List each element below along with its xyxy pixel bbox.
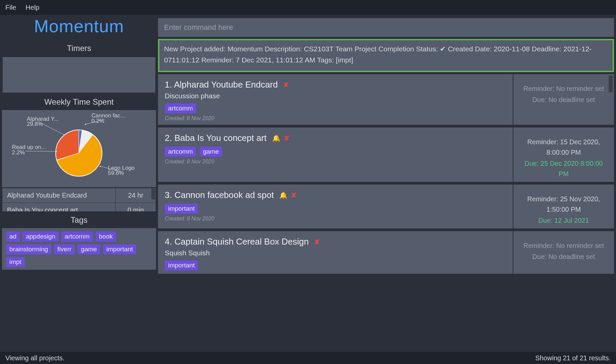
project-card[interactable]: 1. Alpharad Youtube Endcard ✘ Discussion… — [158, 74, 614, 125]
weekly-panel: Weekly Time Spent Alpharad Y...29.8%Read… — [2, 95, 156, 211]
project-tags: important — [165, 204, 506, 214]
project-reminder: Reminder: 25 Nov 2020, 1:50:00 PM — [520, 194, 607, 215]
project-created: Created: 8 Nov 2020 — [165, 216, 506, 222]
svg-point-2 — [64, 134, 65, 136]
project-meta: Reminder: No reminder set Due: No deadli… — [513, 74, 614, 125]
command-input[interactable] — [158, 18, 614, 37]
statusbar-left: Viewing all projects. — [5, 354, 64, 362]
project-created: Created: 8 Nov 2020 — [165, 115, 506, 121]
tag-important[interactable]: important — [103, 244, 136, 254]
project-desc: Squish Squish — [165, 249, 506, 257]
tag-impt[interactable]: impt — [6, 257, 25, 267]
menubar: File Help — [0, 0, 616, 15]
svg-point-6 — [100, 166, 101, 167]
bell-icon: 🔔 — [279, 191, 288, 199]
project-tags: artcommgame — [165, 147, 506, 157]
project-tag-important: important — [165, 204, 198, 214]
project-tag-important: important — [165, 260, 198, 270]
project-main: 1. Alpharad Youtube Endcard ✘ Discussion… — [158, 74, 513, 125]
pie-pct: 2.2% — [12, 149, 25, 156]
project-created: Created: 8 Nov 2020 — [165, 159, 506, 165]
project-tag-artcomm: artcomm — [165, 147, 196, 157]
bell-icon: 🔔 — [272, 134, 280, 142]
project-due: Due: 25 Dec 2020 8:00:00 PM — [520, 158, 607, 179]
project-due: Due: No deadline set — [520, 95, 607, 105]
svg-line-3 — [25, 151, 56, 151]
tags-header: Tags — [2, 213, 156, 228]
project-reminder: Reminder: No reminder set — [520, 241, 607, 251]
weekly-row-name: Alpharad Youtube Endcard — [2, 188, 116, 203]
weekly-scrollbar[interactable] — [151, 189, 155, 199]
tag-brainstorming[interactable]: brainstorming — [6, 244, 51, 254]
app-title: Momentum — [2, 15, 156, 40]
project-tag-artcomm: artcomm — [165, 103, 196, 113]
weekly-row: Baba Is You concept art 0 min — [2, 203, 156, 212]
project-reminder: Reminder: 15 Dec 2020, 8:00:00 PM — [520, 137, 607, 158]
timers-header: Timers — [2, 42, 156, 56]
status-message: New Project added: Momentum Description:… — [158, 39, 614, 72]
svg-line-1 — [40, 123, 64, 135]
project-tags: important — [165, 260, 506, 270]
project-main: 3. Cannon facebook ad spot 🔔✘ important … — [158, 185, 513, 228]
projects-list[interactable]: 1. Alpharad Youtube Endcard ✘ Discussion… — [158, 74, 614, 352]
pie-pct: 29.8% — [27, 121, 43, 127]
tag-ad[interactable]: ad — [6, 231, 20, 242]
timers-panel: Timers — [2, 42, 156, 93]
project-desc: Discussion phase — [165, 92, 506, 100]
weekly-row-time: 24 hr — [116, 188, 156, 203]
project-due: Due: No deadline set — [520, 252, 607, 262]
project-main: 4. Captain Squish Cereal Box Design ✘ Sq… — [158, 231, 513, 274]
project-title: 1. Alpharad Youtube Endcard — [165, 80, 278, 90]
cross-icon: ✘ — [283, 81, 289, 89]
menu-help[interactable]: Help — [25, 4, 39, 11]
tag-appdesign[interactable]: appdesign — [22, 231, 59, 242]
project-title-row: 1. Alpharad Youtube Endcard ✘ — [165, 80, 506, 90]
project-card[interactable]: 2. Baba Is You concept art 🔔✘ artcommgam… — [158, 127, 614, 182]
project-tag-game: game — [200, 147, 222, 157]
main-layout: Momentum Timers Weekly Time Spent Alphar… — [0, 15, 616, 352]
tags-list: adappdesignartcommbookbrainstormingfiver… — [2, 228, 156, 270]
menu-file[interactable]: File — [5, 4, 16, 11]
project-card[interactable]: 3. Cannon facebook ad spot 🔔✘ important … — [158, 185, 614, 228]
pie-pct: 0.2% — [92, 118, 104, 124]
project-card[interactable]: 4. Captain Squish Cereal Box Design ✘ Sq… — [158, 231, 614, 274]
weekly-pie-chart: Alpharad Y...29.8%Read up on...2.2%Lego … — [2, 110, 156, 187]
tag-artcomm[interactable]: artcomm — [61, 231, 93, 242]
svg-point-4 — [56, 151, 57, 152]
project-meta: Reminder: 25 Nov 2020, 1:50:00 PM Due: 1… — [513, 185, 614, 228]
project-title-row: 2. Baba Is You concept art 🔔✘ — [165, 133, 506, 143]
pie-pct: 59.6% — [108, 170, 124, 176]
weekly-table: Alpharad Youtube Endcard 24 hr Baba Is Y… — [2, 187, 156, 211]
cross-icon: ✘ — [284, 134, 290, 142]
project-meta: Reminder: 15 Dec 2020, 8:00:00 PM Due: 2… — [513, 127, 614, 182]
tag-game[interactable]: game — [78, 244, 100, 254]
project-title: 3. Cannon facebook ad spot — [165, 190, 274, 200]
cross-icon: ✘ — [314, 238, 320, 246]
weekly-row-name: Baba Is You concept art — [2, 203, 116, 212]
project-title-row: 4. Captain Squish Cereal Box Design ✘ — [165, 237, 506, 247]
sidebar: Momentum Timers Weekly Time Spent Alphar… — [0, 15, 156, 352]
svg-point-8 — [85, 123, 86, 125]
content-pane: New Project added: Momentum Description:… — [158, 15, 616, 352]
project-title: 4. Captain Squish Cereal Box Design — [165, 237, 309, 247]
command-bar — [158, 18, 614, 37]
projects-scrollbar[interactable] — [609, 75, 613, 92]
weekly-row-time: 0 min — [116, 203, 156, 212]
weekly-row: Alpharad Youtube Endcard 24 hr — [2, 188, 156, 203]
statusbar: Viewing all projects. Showing 21 of 21 r… — [0, 352, 616, 364]
weekly-header: Weekly Time Spent — [2, 95, 156, 110]
project-tags: artcomm — [165, 103, 506, 113]
tag-fiverr[interactable]: fiverr — [54, 244, 75, 254]
tags-panel: Tags adappdesignartcommbookbrainstorming… — [2, 213, 156, 270]
project-due: Due: 12 Jul 2021 — [520, 215, 607, 226]
statusbar-right: Showing 21 of 21 results. — [535, 354, 611, 362]
project-title-row: 3. Cannon facebook ad spot 🔔✘ — [165, 190, 506, 200]
timers-body — [2, 56, 156, 93]
cross-icon: ✘ — [291, 191, 297, 199]
project-reminder: Reminder: No reminder set — [520, 84, 607, 94]
tag-book[interactable]: book — [96, 231, 116, 242]
project-main: 2. Baba Is You concept art 🔔✘ artcommgam… — [158, 127, 513, 182]
project-title: 2. Baba Is You concept art — [165, 133, 267, 143]
project-meta: Reminder: No reminder set Due: No deadli… — [513, 231, 614, 274]
